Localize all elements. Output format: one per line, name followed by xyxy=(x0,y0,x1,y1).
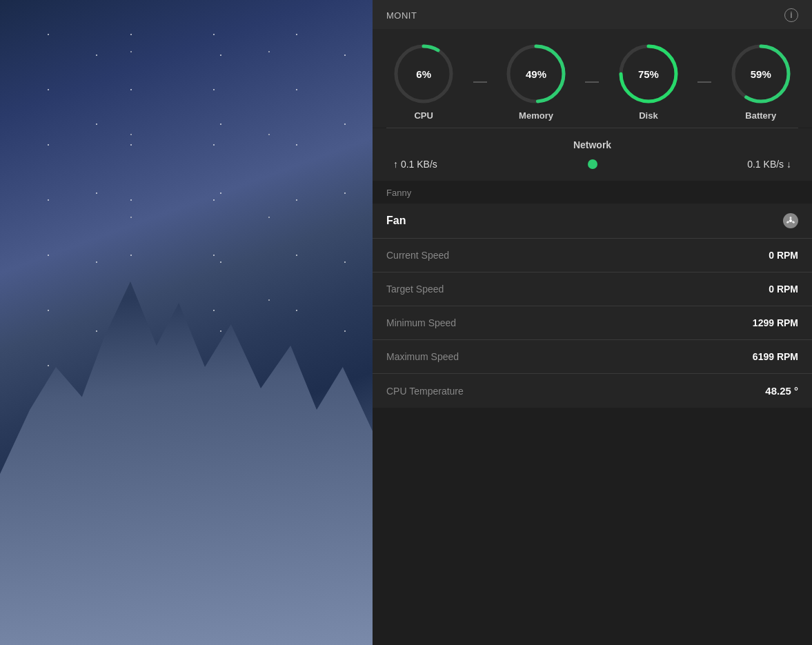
disk-gauge[interactable]: 75% Disk xyxy=(617,43,680,121)
memory-label: Memory xyxy=(519,110,553,121)
battery-gauge-circle: 59% xyxy=(730,43,792,105)
fanny-section-label: Fanny xyxy=(373,181,812,204)
info-button[interactable]: i xyxy=(784,8,798,22)
connector-3 xyxy=(697,81,711,83)
cpu-gauge[interactable]: 6% CPU xyxy=(393,43,455,121)
fan-section: Fan Current Speed 0 RPM Target Speed 0 R… xyxy=(373,204,812,408)
minimum-speed-label: Minimum Speed xyxy=(386,317,456,328)
app-title: MONIT xyxy=(386,10,417,21)
current-speed-row: Current Speed 0 RPM xyxy=(373,239,812,272)
minimum-speed-row: Minimum Speed 1299 RPM xyxy=(373,306,812,340)
target-speed-row: Target Speed 0 RPM xyxy=(373,272,812,306)
connector-2 xyxy=(585,81,599,83)
battery-label: Battery xyxy=(745,110,776,121)
minimum-speed-value: 1299 RPM xyxy=(753,317,798,328)
cpu-gauge-circle: 6% xyxy=(393,43,455,105)
svg-point-11 xyxy=(786,221,789,224)
network-upload: ↑ 0.1 KB/s xyxy=(393,159,437,170)
battery-gauge[interactable]: 59% Battery xyxy=(730,43,792,121)
network-download: 0.1 KB/s ↓ xyxy=(747,159,791,170)
cpu-label: CPU xyxy=(414,110,433,121)
maximum-speed-label: Maximum Speed xyxy=(386,351,459,362)
connector-1 xyxy=(473,81,487,83)
gauges-section: 6% CPU 49% Memory xyxy=(373,29,812,128)
target-speed-value: 0 RPM xyxy=(769,284,798,295)
fan-title: Fan xyxy=(386,215,406,227)
network-title: Network xyxy=(393,139,791,150)
cpu-temperature-label: CPU Temperature xyxy=(386,386,464,397)
maximum-speed-value: 6199 RPM xyxy=(753,351,798,362)
current-speed-value: 0 RPM xyxy=(769,250,798,261)
monit-header: MONIT i xyxy=(373,0,812,29)
network-section: Network ↑ 0.1 KB/s 0.1 KB/s ↓ xyxy=(373,128,812,181)
gauges-row: 6% CPU 49% Memory xyxy=(386,43,798,121)
network-status-dot xyxy=(588,159,597,169)
cpu-percent: 6% xyxy=(416,68,431,80)
fan-icon[interactable] xyxy=(783,213,798,228)
network-row: ↑ 0.1 KB/s 0.1 KB/s ↓ xyxy=(393,159,791,170)
wallpaper xyxy=(0,0,373,645)
current-speed-label: Current Speed xyxy=(386,250,449,261)
svg-point-9 xyxy=(790,217,792,219)
cpu-temperature-row: CPU Temperature 48.25 ° xyxy=(373,374,812,408)
cpu-temperature-value: 48.25 ° xyxy=(765,385,798,397)
disk-gauge-circle: 75% xyxy=(617,43,680,105)
battery-percent: 59% xyxy=(751,68,771,80)
svg-point-8 xyxy=(789,219,792,222)
memory-percent: 49% xyxy=(526,68,546,80)
memory-gauge-circle: 49% xyxy=(505,43,567,105)
disk-percent: 75% xyxy=(638,68,659,80)
maximum-speed-row: Maximum Speed 6199 RPM xyxy=(373,340,812,374)
disk-label: Disk xyxy=(639,110,657,121)
memory-gauge[interactable]: 49% Memory xyxy=(505,43,567,121)
svg-point-10 xyxy=(792,221,795,224)
fan-header[interactable]: Fan xyxy=(373,204,812,239)
target-speed-label: Target Speed xyxy=(386,284,444,295)
main-panel: MONIT i 6% CPU xyxy=(373,0,812,645)
